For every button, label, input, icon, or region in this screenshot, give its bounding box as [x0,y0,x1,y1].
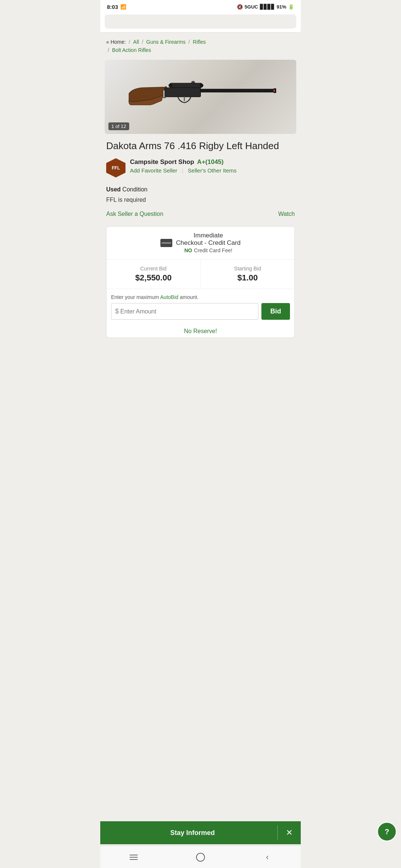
autobid-instructions: Enter your maximum AutoBid amount. [111,294,290,300]
bid-button[interactable]: Bid [261,303,290,320]
seller-actions-sep: | [182,167,183,174]
product-image[interactable] [105,60,296,134]
bid-card-header: Immediate Checkout - Credit Card NO Cred… [107,227,294,260]
bid-card-header-text: Immediate Checkout - Credit Card NO Cred… [176,232,241,254]
dollar-sign: $ [115,308,119,315]
svg-rect-9 [163,97,166,98]
mute-icon: 🔇 [237,4,243,10]
no-fee-line: NO Credit Card Fee! [176,247,241,254]
seller-actions: Add Favorite Seller | Seller's Other Ite… [130,167,237,174]
sep1: / [129,39,132,45]
status-bar: 8:03 📶 🔇 5GUC ▊▊▊▊ 91% 🔋 [100,0,301,12]
seller-block: FFL Campsite Sport Shop A+(1045) Add Fav… [106,158,295,178]
status-time: 8:03 📶 [107,4,126,10]
product-image-container: 1 of 12 [105,60,296,134]
seller-details: Campsite Sport Shop A+(1045) Add Favorit… [130,158,237,174]
category-link[interactable]: Guns & Firearms [146,39,186,45]
sim-icon: 📶 [120,4,126,10]
search-stub[interactable] [105,14,296,29]
ask-question-link[interactable]: Ask Seller a Question [106,211,163,217]
network-label: 5GUC [245,4,258,10]
home-link[interactable]: « Home: [106,39,126,45]
autobid-post-text: amount. [180,294,199,300]
status-right-icons: 🔇 5GUC ▊▊▊▊ 91% 🔋 [237,4,294,10]
ffl-badge: FFL [106,158,125,178]
seller-rating: A+(1045) [197,158,224,166]
svg-rect-0 [165,88,200,97]
svg-rect-4 [200,89,276,92]
current-bid-col: Current Bid $2,550.00 [107,260,201,289]
current-bid-label: Current Bid [111,266,196,272]
condition-label: Condition [123,186,148,193]
search-bar-area [100,12,301,33]
time-display: 8:03 [107,4,118,10]
rifle-illustration [119,67,282,126]
immediate-checkout-line2: Checkout - Credit Card [176,239,241,247]
main-content: Dakota Arms 76 .416 Rigby Left Handed FF… [100,134,301,338]
image-counter: 1 of 12 [108,122,129,130]
action-links: Ask Seller a Question Watch [106,211,295,217]
seller-name: Campsite Sport Shop [130,158,194,166]
bid-input-wrapper: $ [111,303,258,320]
autobid-pre-text: Enter your maximum [111,294,159,300]
ffl-required-text: FFL is required [106,197,146,203]
credit-card-icon [160,239,172,247]
svg-point-7 [169,84,172,87]
bid-input-row: $ Bid [111,303,290,320]
seller-name-row: Campsite Sport Shop A+(1045) [130,158,237,166]
subcategory-link[interactable]: Rifles [193,39,206,45]
current-bid-value: $2,550.00 [111,273,196,283]
sep4: / [108,47,111,53]
subsubcategory-link[interactable]: Bolt Action Rifles [112,47,151,53]
battery-icon: 🔋 [288,4,294,10]
sep3: / [189,39,192,45]
bid-input-section: Enter your maximum AutoBid amount. $ Bid [107,289,294,325]
svg-rect-6 [170,83,202,88]
starting-bid-value: $1.00 [205,273,290,283]
sep2: / [142,39,145,45]
starting-bid-label: Starting Bid [205,266,290,272]
breadcrumb: « Home: / All / Guns & Firearms / Rifles… [100,33,301,57]
battery-label: 91% [277,4,286,10]
condition-value: Used [106,186,121,193]
product-title: Dakota Arms 76 .416 Rigby Left Handed [106,140,295,152]
bid-amount-input[interactable] [120,308,254,315]
starting-bid-col: Starting Bid $1.00 [201,260,295,289]
all-link[interactable]: All [133,39,139,45]
no-fee-label: NO [184,247,192,253]
bid-amounts: Current Bid $2,550.00 Starting Bid $1.00 [107,260,294,289]
no-fee-text: Credit Card Fee! [194,247,232,253]
bid-card: Immediate Checkout - Credit Card NO Cred… [106,226,295,338]
add-favorite-seller-link[interactable]: Add Favorite Seller [130,167,177,174]
immediate-checkout-line1: Immediate [176,232,241,239]
svg-rect-10 [273,89,275,91]
svg-point-8 [200,84,203,87]
cc-strip [162,242,171,244]
condition-block: Used Condition FFL is required [106,184,295,206]
no-reserve-text: No Reserve! [107,325,294,338]
sellers-other-items-link[interactable]: Seller's Other Items [188,167,237,174]
autobid-link-text[interactable]: AutoBid [160,294,178,300]
watch-link[interactable]: Watch [278,211,295,217]
signal-bars: ▊▊▊▊ [260,4,275,10]
